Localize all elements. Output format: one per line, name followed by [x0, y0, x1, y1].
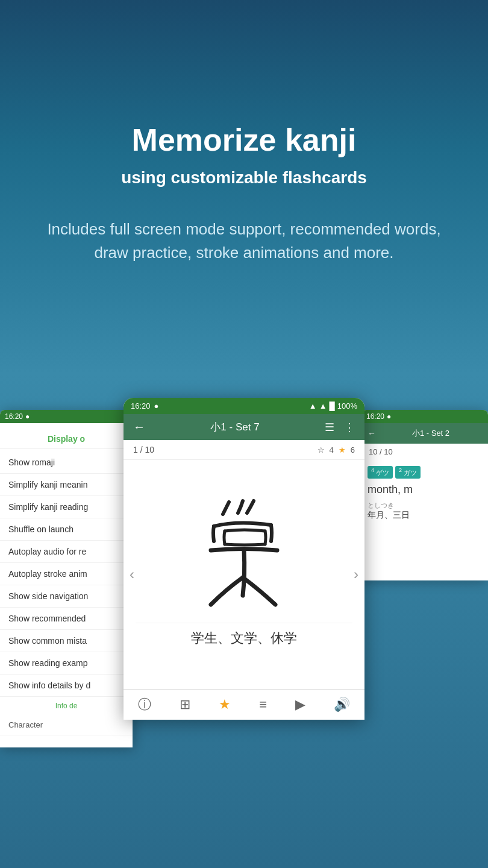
reading-tag-2: 2 ガツ [395, 466, 421, 479]
drawer-title: Display o [0, 429, 133, 449]
hero-section: Memorize kanji using customizable flashc… [0, 0, 488, 374]
star-nav-icon[interactable]: ★ [219, 697, 231, 712]
star-filled-icon: ★ [339, 445, 346, 454]
drawer-item-common-mistakes[interactable]: Show common mista [0, 630, 133, 652]
right-back-arrow[interactable]: ← [368, 429, 376, 438]
wifi-icon: ▲ [309, 401, 317, 410]
right-reading-small: としつき [368, 501, 482, 510]
center-status-time: 16:20 [131, 401, 151, 410]
settings-drawer: Display o Show romaji Simplify kanji mea… [0, 423, 133, 747]
drawer-item-info-de[interactable]: Info de [0, 697, 133, 715]
flashcard-content: ‹ [124, 460, 364, 689]
bottom-nav: ⓘ ⊞ ★ ≡ ▶ 🔊 [124, 689, 364, 720]
prev-card-arrow[interactable]: ‹ [130, 566, 134, 583]
phone-right: 16:20 ● ← 小1 - Set 2 10 / 10 4 ゲツ 2 ガツ [361, 410, 488, 580]
right-card-content: 4 ゲツ 2 ガツ month, m としつき 年月、三日 [361, 460, 488, 580]
kanji-character [178, 490, 310, 623]
status-left: 16:20 ● [131, 401, 158, 410]
volume-icon[interactable]: 🔊 [334, 697, 350, 712]
drawer-item-reading-examples[interactable]: Show reading examp [0, 652, 133, 675]
grid-icon[interactable]: ⊞ [180, 697, 190, 712]
right-status-dot: ● [387, 412, 391, 421]
right-toolbar-title: 小1 - Set 2 [380, 428, 482, 439]
star-filled-count: 6 [351, 445, 355, 454]
card-progress: 1 / 10 [133, 445, 154, 454]
hero-subtitle: using customizable flashcards [121, 168, 367, 187]
star-empty-icon: ☆ [318, 445, 325, 454]
drawer-item-shuffle[interactable]: Shuffle on launch [0, 518, 133, 541]
right-toolbar: ← 小1 - Set 2 [361, 423, 488, 444]
kanji-examples: 学生、文学、休学 [136, 623, 352, 659]
next-card-arrow[interactable]: › [354, 566, 358, 583]
center-toolbar: ← 小1 - Set 7 ☰ ⋮ [124, 414, 364, 440]
phones-container: 16:20 ● Display o Show romaji Simplify k… [0, 374, 488, 868]
info-icon[interactable]: ⓘ [138, 696, 151, 714]
flashcard-counter: 1 / 10 ☆ 4 ★ 6 [124, 440, 364, 460]
reading-tag-1: 4 ゲツ [368, 466, 393, 479]
battery-icon: █ [330, 401, 335, 410]
status-dot-icon: ● [154, 401, 159, 410]
drawer-item-simplify-meaning[interactable]: Simplify kanji meanin [0, 474, 133, 496]
list-icon[interactable]: ≡ [259, 697, 267, 712]
hero-title: Memorize kanji [132, 121, 357, 159]
drawer-item-autoplay-stroke[interactable]: Autoplay stroke anim [0, 563, 133, 585]
hero-description: Includes full screen mode support, recom… [45, 218, 443, 265]
right-meaning: month, m [368, 483, 482, 496]
drawer-item-character[interactable]: Character [0, 715, 133, 735]
center-statusbar: 16:20 ● ▲ ▲ █ 100% [124, 398, 364, 414]
star-empty-count: 4 [330, 445, 334, 454]
drawer-item-romaji[interactable]: Show romaji [0, 451, 133, 474]
toolbar-title: 小1 - Set 7 [151, 420, 319, 434]
left-status-dot: ● [25, 412, 30, 421]
phone-center: 16:20 ● ▲ ▲ █ 100% ← 小1 - Set 7 ☰ ⋮ 1 / … [124, 398, 364, 720]
left-statusbar: 16:20 ● [0, 410, 133, 423]
battery-percent: 100% [337, 401, 357, 410]
phone-left: 16:20 ● Display o Show romaji Simplify k… [0, 410, 133, 747]
signal-icon: ▲ [319, 401, 327, 410]
back-arrow-icon[interactable]: ← [133, 420, 145, 434]
right-kanji-examples: 年月、三日 [368, 510, 482, 521]
left-status-time: 16:20 [5, 412, 23, 421]
drawer-item-autoplay-audio[interactable]: Autoplay audio for re [0, 541, 133, 563]
right-status-time: 16:20 [366, 412, 384, 421]
star-counts: ☆ 4 ★ 6 [318, 445, 355, 454]
menu-list-icon[interactable]: ☰ [325, 421, 334, 434]
drawer-item-simplify-reading[interactable]: Simplify kanji reading [0, 496, 133, 518]
right-card-counter: 10 / 10 [361, 444, 488, 460]
drawer-item-recommended[interactable]: Show recommended [0, 608, 133, 630]
more-vert-icon[interactable]: ⋮ [344, 421, 355, 434]
drawer-item-side-nav[interactable]: Show side navigation [0, 585, 133, 608]
reading-tags: 4 ゲツ 2 ガツ [368, 466, 482, 479]
play-icon[interactable]: ▶ [295, 697, 305, 712]
drawer-item-info-details[interactable]: Show info details by d [0, 675, 133, 697]
status-right: ▲ ▲ █ 100% [309, 401, 357, 410]
right-statusbar: 16:20 ● [361, 410, 488, 423]
